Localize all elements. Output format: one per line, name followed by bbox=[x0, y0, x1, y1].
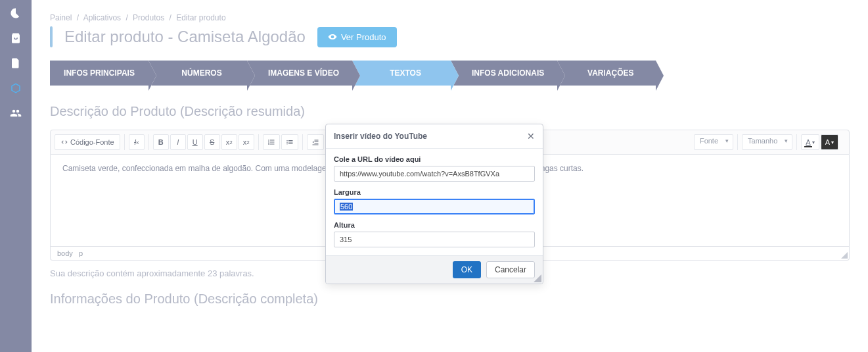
numbered-list-button[interactable] bbox=[263, 134, 280, 150]
path-p[interactable]: p bbox=[79, 249, 83, 257]
strike-button[interactable]: S bbox=[204, 134, 220, 150]
dialog-resize-handle-icon[interactable] bbox=[534, 274, 541, 282]
eye-icon bbox=[328, 32, 337, 41]
width-label: Largura bbox=[334, 188, 535, 196]
code-icon bbox=[60, 138, 68, 146]
close-icon: ✕ bbox=[527, 131, 535, 141]
youtube-dialog: Inserir vídeo do YouTube ✕ Cole a URL do… bbox=[325, 124, 543, 284]
dialog-close-button[interactable]: ✕ bbox=[527, 131, 535, 141]
section-info-title: Informações do Produto (Descrição comple… bbox=[50, 291, 850, 307]
step-infos-principais[interactable]: INFOS PRINCIPAIS bbox=[50, 61, 148, 86]
text-color-button[interactable]: A▾ bbox=[801, 134, 819, 150]
users-icon[interactable] bbox=[9, 107, 22, 120]
size-select[interactable]: Tamanho bbox=[742, 134, 792, 150]
outdent-button[interactable] bbox=[307, 134, 324, 150]
section-description-title: Descrição do Produto (Descrição resumida… bbox=[50, 104, 850, 119]
height-label: Altura bbox=[334, 221, 535, 229]
breadcrumb-painel[interactable]: Painel bbox=[50, 13, 72, 22]
ok-button[interactable]: OK bbox=[453, 261, 481, 278]
width-input[interactable]: 560 bbox=[334, 199, 535, 214]
bold-button[interactable]: B bbox=[153, 134, 169, 150]
breadcrumb: Painel / Aplicativos / Produtos / Editar… bbox=[50, 13, 850, 22]
source-button[interactable]: Código-Fonte bbox=[55, 134, 120, 150]
step-variacoes[interactable]: VARIAÇÕES bbox=[557, 61, 656, 86]
document-icon[interactable] bbox=[9, 57, 22, 70]
title-accent-bar bbox=[50, 26, 53, 47]
subscript-button[interactable]: x2 bbox=[221, 134, 237, 150]
italic-button[interactable]: I bbox=[170, 134, 186, 150]
view-product-button[interactable]: Ver Produto bbox=[317, 27, 397, 47]
breadcrumb-produtos[interactable]: Produtos bbox=[133, 13, 164, 22]
url-label: Cole a URL do vídeo aqui bbox=[334, 155, 535, 163]
remove-format-button[interactable]: Ix bbox=[129, 134, 145, 150]
step-infos-adicionais[interactable]: INFOS ADICIONAIS bbox=[451, 61, 557, 86]
height-input[interactable] bbox=[334, 232, 535, 247]
cancel-button[interactable]: Cancelar bbox=[486, 261, 535, 278]
page-title: Editar produto - Camiseta Algodão bbox=[64, 28, 306, 46]
step-nav: INFOS PRINCIPAIS NÚMEROS IMAGENS E VÍDEO… bbox=[50, 61, 850, 86]
font-select[interactable]: Fonte bbox=[694, 134, 733, 150]
step-numeros[interactable]: NÚMEROS bbox=[148, 61, 247, 86]
superscript-button[interactable]: x2 bbox=[239, 134, 254, 150]
underline-button[interactable]: U bbox=[187, 134, 203, 150]
breadcrumb-aplicativos[interactable]: Aplicativos bbox=[83, 13, 121, 22]
resize-handle-icon[interactable] bbox=[841, 252, 848, 259]
cube-icon[interactable] bbox=[9, 82, 22, 95]
breadcrumb-current: Editar produto bbox=[176, 13, 225, 22]
step-textos[interactable]: TEXTOS bbox=[352, 61, 451, 86]
bullet-list-button[interactable] bbox=[281, 134, 298, 150]
dialog-title: Inserir vídeo do YouTube bbox=[334, 132, 427, 141]
bg-color-button[interactable]: A▾ bbox=[821, 134, 838, 150]
step-imagens-video[interactable]: IMAGENS E VÍDEO bbox=[247, 61, 352, 86]
shopping-bag-icon[interactable] bbox=[9, 32, 22, 45]
sidebar bbox=[0, 0, 32, 330]
dashboard-icon[interactable] bbox=[9, 7, 22, 20]
url-input[interactable] bbox=[334, 166, 535, 182]
path-body[interactable]: body bbox=[57, 249, 73, 257]
